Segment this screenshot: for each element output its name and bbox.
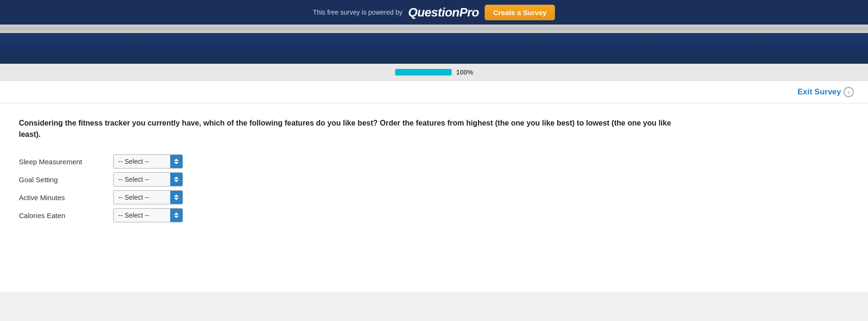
ranking-table: Sleep Measurement -- Select -- Goal Sett… — [19, 154, 849, 222]
select-wrapper-active-minutes[interactable]: -- Select -- — [113, 190, 183, 204]
powered-by-text: This free survey is powered by — [313, 8, 403, 16]
select-arrow-box-sleep-measurement[interactable] — [170, 154, 182, 169]
gray-divider — [0, 25, 868, 33]
select-text-calories-eaten: -- Select -- — [114, 208, 170, 222]
ranking-row: Goal Setting -- Select -- — [19, 172, 849, 186]
exit-survey-area: Exit Survey › — [0, 81, 868, 103]
question-text: Considering the fitness tracker you curr… — [19, 118, 679, 140]
select-wrapper-calories-eaten[interactable]: -- Select -- — [113, 208, 183, 222]
arrow-up-icon — [174, 194, 179, 197]
main-content: Considering the fitness tracker you curr… — [0, 103, 868, 292]
progress-bar-fill — [395, 69, 452, 76]
progress-area: 100% — [0, 64, 868, 81]
select-wrapper-goal-setting[interactable]: -- Select -- — [113, 172, 183, 186]
feature-label-sleep-measurement: Sleep Measurement — [19, 158, 113, 166]
arrow-up-icon — [174, 177, 179, 179]
exit-survey-text: Exit Survey — [797, 87, 841, 97]
arrow-up-icon — [174, 159, 179, 161]
select-arrow-box-calories-eaten[interactable] — [170, 208, 182, 222]
ranking-row: Sleep Measurement -- Select -- — [19, 154, 849, 169]
ranking-row: Active Minutes -- Select -- — [19, 190, 849, 204]
exit-survey-link[interactable]: Exit Survey › — [797, 87, 854, 97]
feature-label-active-minutes: Active Minutes — [19, 194, 113, 202]
arrow-down-icon — [174, 180, 179, 182]
select-text-active-minutes: -- Select -- — [114, 190, 170, 204]
arrow-down-icon — [174, 198, 179, 200]
ranking-row: Calories Eaten -- Select -- — [19, 208, 849, 222]
select-text-sleep-measurement: -- Select -- — [114, 154, 170, 169]
arrow-down-icon — [174, 162, 179, 164]
feature-label-calories-eaten: Calories Eaten — [19, 211, 113, 220]
create-survey-button[interactable]: Create a Survey — [485, 5, 555, 20]
top-banner: This free survey is powered by QuestionP… — [0, 0, 868, 25]
arrow-down-icon — [174, 216, 179, 218]
progress-label: 100% — [456, 68, 473, 76]
select-wrapper-sleep-measurement[interactable]: -- Select -- — [113, 154, 183, 169]
dark-header — [0, 33, 868, 64]
feature-label-goal-setting: Goal Setting — [19, 176, 113, 184]
progress-bar-container — [395, 69, 452, 76]
brand-logo: QuestionPro — [408, 5, 479, 20]
exit-arrow-icon: › — [843, 87, 854, 97]
select-arrow-box-active-minutes[interactable] — [170, 190, 182, 204]
select-text-goal-setting: -- Select -- — [114, 172, 170, 186]
arrow-up-icon — [174, 212, 179, 215]
select-arrow-box-goal-setting[interactable] — [170, 172, 182, 186]
